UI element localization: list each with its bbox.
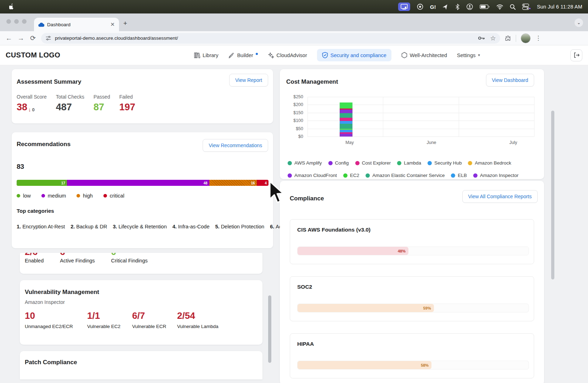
x-tick-label: June bbox=[426, 140, 436, 145]
window-minimize-button[interactable] bbox=[14, 19, 19, 24]
new-tab-button[interactable]: + bbox=[123, 20, 127, 27]
finding-value-clipped: 0 bbox=[111, 253, 148, 257]
password-key-icon[interactable] bbox=[478, 35, 485, 41]
vulnerability-management-card: Vulnerability Management Amazon Inspecto… bbox=[20, 280, 262, 345]
page-scrollbar[interactable] bbox=[551, 111, 554, 279]
app-header: CUSTOM LOGO Library Builder CloudAdvisor… bbox=[0, 45, 588, 65]
severity-segment-critical: 4 bbox=[257, 180, 268, 186]
assessment-stat: Failed197 bbox=[119, 94, 135, 112]
framework-progress-label: 58% bbox=[421, 363, 429, 367]
navigation-app-icon[interactable] bbox=[442, 2, 449, 11]
builder-pen-icon bbox=[228, 52, 234, 59]
stat-number: 38 bbox=[17, 102, 27, 112]
view-all-compliance-reports-button[interactable]: View All Compliance Reports bbox=[462, 190, 538, 203]
finding-value: 6 bbox=[60, 253, 95, 256]
wifi-icon[interactable] bbox=[496, 2, 503, 11]
severity-segment-value: 4 bbox=[265, 181, 267, 185]
compliance-frameworks: CIS AWS Foundations (v3.0)48%SOC259%HIPA… bbox=[286, 219, 538, 378]
apple-menu-icon[interactable] bbox=[9, 4, 15, 10]
severity-legend: lowmediumhighcritical bbox=[17, 193, 268, 199]
address-bar[interactable]: privateportal-demo.asecure.cloud/dashboa… bbox=[41, 33, 500, 44]
control-center-icon[interactable] bbox=[522, 2, 531, 11]
window-zoom-button[interactable] bbox=[22, 19, 27, 24]
bookmark-star-icon[interactable]: ☆ bbox=[490, 35, 496, 41]
nav-item-well-architected[interactable]: Well-Architected bbox=[401, 52, 447, 59]
left-panel-scrollbar[interactable] bbox=[268, 295, 271, 363]
x-tick-label: May bbox=[345, 140, 354, 145]
browser-toolbar: ← → ⟳ privateportal-demo.asecure.cloud/d… bbox=[0, 31, 588, 45]
custom-logo[interactable]: CUSTOM LOGO bbox=[6, 51, 60, 59]
legend-label: Lambda bbox=[404, 160, 421, 166]
gridline-vertical bbox=[534, 97, 535, 137]
framework-progress-fill: 48% bbox=[298, 247, 408, 255]
finding-stat: 2/6Enabled bbox=[25, 253, 44, 263]
legend-dot bbox=[103, 194, 107, 198]
vulnerability-stat: 10Unmanaged EC2/ECR bbox=[25, 311, 87, 329]
nav-item-builder[interactable]: Builder bbox=[228, 52, 258, 59]
toolbar-divider bbox=[516, 35, 516, 42]
profile-avatar[interactable] bbox=[521, 33, 531, 43]
framework-progress-fill: 59% bbox=[298, 304, 434, 312]
tab-close-icon[interactable]: ✕ bbox=[110, 21, 115, 28]
x-tick-label: July bbox=[509, 140, 517, 145]
menu-bar-clock[interactable]: Sun Jul 6 11:28 AM bbox=[537, 4, 582, 10]
extensions-puzzle-icon[interactable] bbox=[504, 35, 511, 41]
vulnerability-stat: 1/1Vulnerable EC2 bbox=[87, 311, 132, 329]
stat-label: Passed bbox=[94, 94, 110, 100]
compliance-card: Compliance View All Compliance Reports C… bbox=[280, 181, 544, 383]
grammar-assistant-icon[interactable]: G! bbox=[430, 2, 436, 11]
top-category-item: 5. Deletion Protection bbox=[215, 224, 265, 229]
severity-legend-item-critical: critical bbox=[103, 193, 124, 199]
framework-name: HIPAA bbox=[297, 341, 529, 347]
window-close-button[interactable] bbox=[6, 19, 11, 24]
browser-tab-dashboard[interactable]: Dashboard ✕ bbox=[34, 18, 119, 31]
gridline-horizontal bbox=[307, 97, 534, 97]
url-text[interactable]: privateportal-demo.asecure.cloud/dashboa… bbox=[55, 35, 474, 41]
view-report-button[interactable]: View Report bbox=[229, 74, 268, 87]
cost-chart-may-bar bbox=[340, 102, 352, 137]
record-status-icon[interactable] bbox=[417, 2, 424, 11]
cost-legend-item: Amazon CloudFront bbox=[288, 173, 337, 178]
top-category-name: Backup & DR bbox=[76, 224, 107, 229]
battery-icon[interactable] bbox=[480, 2, 490, 11]
security-findings-stats: 2/6Enabled6Active Findings0Critical Find… bbox=[25, 253, 258, 263]
cost-legend-item: Amazon Inspector bbox=[473, 173, 519, 178]
severity-segment-value: 48 bbox=[204, 181, 208, 185]
view-dashboard-button[interactable]: View Dashboard bbox=[486, 74, 534, 87]
legend-label: Amazon Elastic Container Service bbox=[372, 173, 445, 178]
screen-sharing-icon[interactable] bbox=[398, 2, 410, 11]
builder-notification-dot bbox=[256, 53, 258, 55]
top-category-number: 3. bbox=[113, 224, 118, 229]
nav-item-cloudadvisor[interactable]: CloudAdvisor bbox=[268, 52, 307, 59]
nav-item-library[interactable]: Library bbox=[194, 52, 218, 59]
legend-dot bbox=[77, 194, 80, 198]
tab-search-button[interactable]: ⌄ bbox=[575, 18, 583, 27]
stat-label: Total Checks bbox=[56, 94, 84, 100]
shield-check-icon bbox=[322, 52, 328, 59]
nav-item-settings[interactable]: Settings ▾ bbox=[457, 52, 480, 58]
severity-segment-value: 16 bbox=[251, 181, 255, 185]
bluetooth-icon[interactable] bbox=[455, 2, 460, 11]
finding-value: 0 bbox=[111, 253, 148, 256]
nav-item-security-compliance[interactable]: Security and compliance bbox=[317, 49, 391, 61]
mouse-cursor bbox=[268, 181, 284, 204]
top-category-name: Infra-as-Code bbox=[178, 224, 210, 229]
reload-button[interactable]: ⟳ bbox=[27, 34, 39, 42]
cost-legend-item: Config bbox=[328, 160, 349, 166]
nav-label-library: Library bbox=[203, 52, 218, 58]
user-switch-icon[interactable] bbox=[466, 2, 473, 11]
vulnerability-stat: 6/7Vulnerable ECR bbox=[132, 311, 177, 329]
forward-button[interactable]: → bbox=[15, 34, 27, 42]
y-tick-label: $50 bbox=[296, 126, 303, 131]
vulnerability-label: Vulnerable Lambda bbox=[177, 324, 222, 329]
back-button[interactable]: ← bbox=[3, 34, 15, 42]
delta-down-arrow-icon: ↓ bbox=[28, 107, 31, 112]
legend-dot bbox=[17, 194, 20, 198]
spotlight-search-icon[interactable] bbox=[510, 2, 516, 11]
cost-legend-item: AWS Amplify bbox=[288, 160, 322, 166]
logout-button[interactable] bbox=[570, 49, 582, 61]
browser-menu-icon[interactable]: ⋮ bbox=[535, 34, 542, 42]
site-settings-icon[interactable] bbox=[45, 35, 51, 41]
legend-dot bbox=[328, 161, 333, 165]
view-recommendations-button[interactable]: View Recommendations bbox=[203, 139, 268, 152]
